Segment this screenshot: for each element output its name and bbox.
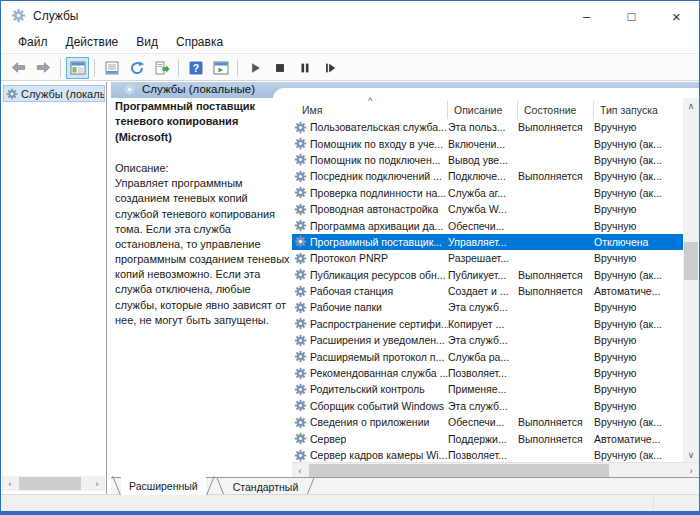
- service-startup-type-cell: Вручную: [594, 334, 683, 346]
- pane-header-band: Службы (локальные): [111, 82, 699, 98]
- service-row[interactable]: Сборщик событий WindowsЭта служб...Вручн…: [292, 398, 683, 414]
- services-list: ^ ИмяОписаниеСостояниеТип запуска Пользо…: [292, 98, 699, 477]
- column-header-description[interactable]: Описание: [448, 101, 518, 119]
- service-name-cell: Расширения и уведомлен...: [292, 334, 448, 347]
- service-row[interactable]: Родительский контрольПрименяе...Вручную: [292, 381, 683, 397]
- pause-icon: [298, 61, 312, 75]
- stop-service-button[interactable]: [268, 57, 291, 79]
- service-row[interactable]: Помощник по подключен...Вывод уве...Вруч…: [292, 152, 683, 168]
- properties-button[interactable]: [100, 57, 123, 79]
- service-detail-panel: Программный поставщик теневого копирован…: [115, 99, 293, 328]
- service-name-text: Расширения и уведомлен...: [310, 334, 445, 346]
- service-description-cell: Служба аг...: [448, 187, 518, 199]
- export-list-button[interactable]: [150, 57, 173, 79]
- scroll-up-icon[interactable]: ∧: [683, 98, 699, 113]
- scroll-left-icon[interactable]: ‹: [292, 463, 308, 478]
- service-name-text: Сведения о приложении: [310, 416, 429, 428]
- sort-ascending-icon[interactable]: ^: [368, 96, 372, 106]
- service-startup-type-cell: Автоматиче...: [594, 285, 683, 297]
- tab-standard[interactable]: Стандартный: [225, 478, 307, 495]
- help-button[interactable]: ?: [184, 57, 207, 79]
- tree-item-services-local[interactable]: Службы (локальные): [3, 85, 105, 102]
- scroll-right-icon[interactable]: ›: [89, 476, 105, 491]
- service-row[interactable]: Программный поставщик...Управляет...Откл…: [292, 234, 683, 250]
- menu-item-file[interactable]: Файл: [9, 33, 57, 51]
- service-row[interactable]: Программа архивации да...Обеспечи...Вруч…: [292, 217, 683, 233]
- service-startup-type-cell: Вручную: [594, 383, 683, 395]
- service-row[interactable]: Протокол PNRPРазрешает...Вручную: [292, 250, 683, 266]
- service-row[interactable]: Публикация ресурсов обн...Публикует...Вы…: [292, 267, 683, 283]
- back-button[interactable]: [7, 57, 30, 79]
- gear-icon: [294, 285, 307, 298]
- gear-icon: [294, 334, 307, 347]
- service-row[interactable]: СерверПоддержи...ВыполняетсяАвтоматиче..…: [292, 430, 683, 446]
- toolbar-separator: [94, 59, 95, 77]
- service-status-cell: Выполняется: [518, 170, 594, 182]
- restart-icon: [323, 61, 337, 75]
- service-row[interactable]: Распространение сертифи...Копирует ...Вр…: [292, 316, 683, 332]
- service-name-text: Проводная автонастройка: [310, 203, 438, 215]
- service-row[interactable]: Расширяемый протокол п...Служба ра...Вру…: [292, 348, 683, 364]
- list-header: ^ ИмяОписаниеСостояниеТип запуска: [292, 98, 683, 119]
- service-row[interactable]: Проводная автонастройкаСлужба W...Вручну…: [292, 201, 683, 217]
- menu-item-view[interactable]: Вид: [127, 33, 167, 51]
- close-button[interactable]: ×: [654, 1, 699, 31]
- vertical-scrollbar[interactable]: ∧ ∨: [683, 98, 699, 462]
- service-name-text: Посредник подключений ...: [310, 170, 442, 182]
- gear-icon: [294, 317, 307, 330]
- main-area: Службы (локальные) ‹ › Службы (локальные…: [1, 82, 699, 494]
- service-startup-type-cell: Отключена: [594, 236, 683, 248]
- gear-icon: [294, 137, 307, 150]
- column-header-status[interactable]: Состояние: [518, 101, 594, 119]
- tree-item-label: Службы (локальные): [21, 88, 104, 100]
- menu-item-action[interactable]: Действие: [57, 33, 128, 51]
- service-row[interactable]: Рабочая станцияСоздает и ...ВыполняетсяА…: [292, 283, 683, 299]
- service-startup-type-cell: Вручную (ак...: [594, 416, 683, 428]
- maximize-button[interactable]: □: [609, 1, 654, 31]
- service-detail-title: Программный поставщик теневого копирован…: [115, 99, 293, 145]
- service-row[interactable]: Пользовательская служба...Эта польз...Вы…: [292, 119, 683, 135]
- tree-horizontal-scrollbar[interactable]: ‹ ›: [2, 476, 105, 491]
- gear-icon: [294, 432, 307, 445]
- service-startup-type-cell: Вручную (ак...: [594, 449, 683, 461]
- scroll-down-icon[interactable]: ∨: [683, 447, 699, 462]
- list-rows: Пользовательская служба...Эта польз...Вы…: [292, 119, 683, 463]
- service-row[interactable]: Помощник по входу в уче...Включени...Вру…: [292, 135, 683, 151]
- arrow-right-icon: [35, 59, 52, 76]
- horizontal-scrollbar[interactable]: ‹ ›: [292, 462, 699, 477]
- extended-view-button[interactable]: [209, 57, 232, 79]
- service-name-cell: Проверка подлинности на...: [292, 186, 448, 199]
- start-service-button[interactable]: [243, 57, 266, 79]
- service-row[interactable]: Сведения о приложенииОбеспечи...Выполняе…: [292, 414, 683, 430]
- tab-extended[interactable]: Расширенный: [121, 477, 206, 495]
- restart-service-button[interactable]: [318, 57, 341, 79]
- forward-button[interactable]: [32, 57, 55, 79]
- service-name-cell: Сборщик событий Windows: [292, 399, 448, 412]
- title-bar[interactable]: Службы –□×: [1, 1, 699, 31]
- service-status-cell: Выполняется: [518, 121, 594, 133]
- scroll-left-icon[interactable]: ‹: [2, 476, 18, 491]
- scrollbar-thumb[interactable]: [309, 464, 609, 477]
- scrollbar-thumb[interactable]: [684, 242, 698, 280]
- service-row[interactable]: Рекомендованная служба ...Позволяет...Вр…: [292, 365, 683, 381]
- show-console-tree-button[interactable]: [66, 57, 89, 79]
- refresh-button[interactable]: [125, 57, 148, 79]
- app-gear-icon: [11, 8, 26, 23]
- service-startup-type-cell: Вручную: [594, 367, 683, 379]
- service-row[interactable]: Посредник подключений ...Подключе...Выпо…: [292, 168, 683, 184]
- gear-icon: [294, 203, 307, 216]
- service-row[interactable]: Рабочие папкиЭта служб...Вручную: [292, 299, 683, 315]
- service-name-cell: Программный поставщик...: [292, 235, 448, 248]
- service-row[interactable]: Расширения и уведомлен...Эта служб...Вру…: [292, 332, 683, 348]
- menu-item-help[interactable]: Справка: [167, 33, 232, 51]
- scroll-right-icon[interactable]: ›: [683, 463, 699, 478]
- service-name-text: Рабочие папки: [310, 301, 382, 313]
- scrollbar-thumb[interactable]: [19, 477, 81, 490]
- pause-service-button[interactable]: [293, 57, 316, 79]
- service-row[interactable]: Проверка подлинности на...Служба аг...Вр…: [292, 185, 683, 201]
- minimize-button[interactable]: –: [564, 1, 609, 31]
- service-startup-type-cell: Вручную: [594, 203, 683, 215]
- service-row[interactable]: Сервер кадров камеры Wi...Позволяет...Вр…: [292, 447, 683, 463]
- service-description-cell: Создает и ...: [448, 285, 518, 297]
- column-header-startup-type[interactable]: Тип запуска: [594, 101, 683, 119]
